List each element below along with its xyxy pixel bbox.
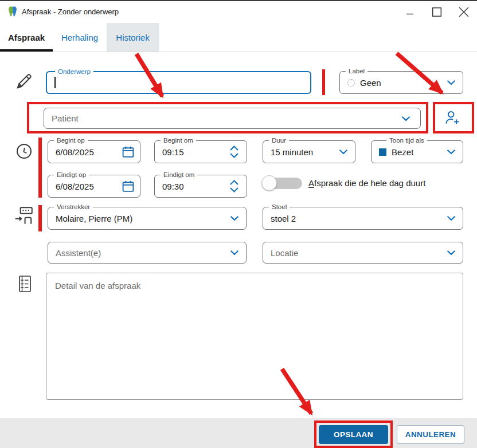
end-date-value: 6/08/2025	[56, 175, 94, 197]
start-date-field[interactable]: Begint op 6/08/2025	[48, 140, 140, 163]
location-placeholder: Locatie	[271, 242, 298, 263]
start-date-value: 6/08/2025	[56, 141, 94, 163]
label-field-highlight-bar	[322, 69, 325, 95]
pencil-icon	[15, 72, 33, 91]
chevron-down-icon	[401, 116, 410, 121]
assistant-placeholder: Assistent(e)	[56, 242, 101, 263]
chair-value: stoel 2	[271, 207, 296, 229]
person-add-icon	[444, 109, 461, 127]
add-patient-button[interactable]	[444, 109, 461, 127]
toggle-knob	[261, 175, 277, 191]
chevron-down-icon	[447, 80, 456, 85]
date-time-highlight-bar	[38, 137, 42, 198]
chevron-down-icon	[447, 150, 456, 155]
text-caret	[54, 77, 56, 88]
patient-placeholder: Patiënt	[52, 108, 79, 128]
window-title: Afspraak - Zonder onderwerp	[22, 7, 119, 16]
show-time-as-dropdown[interactable]: Toon tijd als Bezet	[371, 140, 463, 163]
chair-arrow-icon	[14, 206, 34, 226]
end-time-field[interactable]: Eindigt om 09:30	[154, 175, 247, 198]
maximize-icon	[431, 6, 443, 18]
onderwerp-field[interactable]: Onderwerp	[46, 71, 311, 94]
location-dropdown[interactable]: Locatie	[263, 242, 463, 264]
chair-dropdown[interactable]: Stoel stoel 2	[263, 207, 463, 230]
assistant-dropdown[interactable]: Assistent(e)	[48, 242, 247, 264]
provider-highlight-bar	[38, 205, 42, 231]
maximize-button[interactable]	[424, 1, 449, 23]
label-none-circle-icon	[347, 79, 355, 87]
title-bar: Afspraak - Zonder onderwerp	[0, 1, 477, 23]
tab-historiek[interactable]: Historiek	[107, 23, 159, 52]
minimize-button[interactable]	[397, 1, 423, 23]
start-time-value: 09:15	[162, 141, 184, 163]
detail-placeholder: Detail van de afspraak	[55, 281, 140, 290]
provider-value: Molaire, Pierre (PM)	[56, 207, 132, 229]
end-time-value: 09:30	[162, 175, 184, 197]
all-day-label: Afspraak die de hele dag duurt	[308, 178, 425, 188]
cancel-button[interactable]: ANNULEREN	[397, 425, 464, 444]
clock-icon	[15, 142, 33, 160]
calendar-icon[interactable]	[122, 180, 135, 193]
all-day-rest: fspraak die de hele dag duurt	[314, 178, 425, 188]
onderwerp-label: Onderwerp	[55, 68, 93, 76]
all-day-toggle[interactable]	[261, 175, 304, 192]
patient-dropdown[interactable]: Patiënt	[44, 108, 421, 129]
end-date-field[interactable]: Eindigt op 6/08/2025	[48, 175, 140, 198]
label-dropdown[interactable]: Label Geen	[339, 71, 463, 94]
save-button[interactable]: OPSLAAN	[319, 425, 388, 444]
tooth-logo-icon	[7, 6, 18, 18]
start-time-field[interactable]: Begint om 09:15	[154, 140, 247, 163]
spinner-up-down-icon[interactable]	[229, 144, 239, 159]
close-icon	[457, 5, 471, 19]
tab-afspraak[interactable]: Afspraak	[0, 23, 53, 52]
busy-color-swatch	[379, 148, 386, 156]
calendar-icon[interactable]	[122, 146, 135, 159]
chevron-down-icon	[230, 250, 239, 256]
minimize-icon	[404, 6, 416, 18]
duration-dropdown[interactable]: Duur 15 minuten	[263, 140, 355, 163]
show-time-as-value: Bezet	[392, 147, 413, 157]
spinner-up-down-icon[interactable]	[229, 179, 239, 194]
chevron-down-icon	[339, 150, 348, 155]
close-button[interactable]	[451, 1, 477, 23]
appointment-dialog: Afspraak - Zonder onderwerp Afspraak Her…	[0, 0, 477, 448]
chevron-down-icon	[447, 216, 456, 221]
all-day-accel: A	[308, 178, 314, 188]
duration-value: 15 minuten	[271, 141, 313, 163]
chevron-down-icon	[230, 216, 239, 221]
appointment-detail-textarea[interactable]: Detail van de afspraak	[46, 273, 463, 400]
chevron-down-icon	[447, 250, 456, 256]
tab-separator	[0, 52, 477, 52]
label-dropdown-value: Geen	[360, 78, 381, 88]
notebook-icon	[16, 274, 33, 294]
provider-dropdown[interactable]: Verstrekker Molaire, Pierre (PM)	[48, 207, 247, 230]
tab-herhaling[interactable]: Herhaling	[53, 23, 107, 52]
